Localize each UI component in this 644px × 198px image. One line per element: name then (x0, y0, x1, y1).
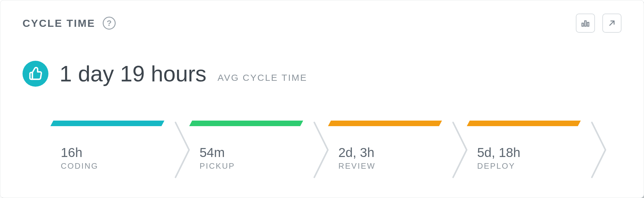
stage-bar (50, 121, 164, 126)
stage-bar (467, 121, 581, 126)
summary-row: 1 day 19 hours AVG CYCLE TIME (23, 61, 621, 87)
bar-chart-button[interactable] (576, 14, 595, 33)
header-left: CYCLE TIME ? (23, 17, 116, 30)
stage-review[interactable]: 2d, 3hREVIEW (331, 121, 442, 188)
stage-pickup[interactable]: 54mPICKUP (192, 121, 303, 188)
stage-value: 5d, 18h (477, 145, 520, 160)
bar-chart-icon (581, 19, 590, 28)
stage-label: PICKUP (200, 161, 235, 171)
card-header: CYCLE TIME ? (23, 14, 621, 32)
expand-button[interactable] (602, 14, 621, 33)
stage-coding[interactable]: 16hCODING (53, 121, 164, 188)
avg-cycle-time-label: AVG CYCLE TIME (217, 72, 307, 87)
stages-diagram: 16hCODING54mPICKUP2d, 3hREVIEW5d, 18hDEP… (53, 121, 615, 188)
expand-arrow-icon (608, 19, 616, 27)
chevron-right-icon (590, 121, 609, 179)
status-badge (23, 61, 48, 87)
stage-value: 54m (200, 145, 225, 160)
svg-rect-0 (582, 23, 584, 26)
cycle-time-card: CYCLE TIME ? (0, 0, 644, 198)
stage-bar (328, 121, 442, 126)
help-icon[interactable]: ? (103, 17, 116, 30)
svg-rect-1 (585, 21, 586, 27)
chevron-right-icon (312, 121, 331, 179)
chevron-right-icon (174, 121, 192, 179)
avg-cycle-time-value: 1 day 19 hours (60, 61, 206, 86)
card-title: CYCLE TIME (23, 17, 95, 29)
stage-label: CODING (61, 161, 98, 171)
stage-bar (189, 121, 303, 126)
svg-rect-2 (587, 23, 589, 27)
stage-value: 2d, 3h (338, 145, 374, 160)
stage-deploy[interactable]: 5d, 18hDEPLOY (470, 121, 581, 188)
stage-value: 16h (61, 145, 82, 160)
chevron-right-icon (451, 121, 470, 179)
header-actions (576, 14, 621, 33)
svg-line-3 (610, 21, 614, 25)
stage-label: DEPLOY (477, 161, 515, 171)
thumbs-up-icon (28, 66, 43, 81)
stage-label: REVIEW (338, 161, 376, 171)
